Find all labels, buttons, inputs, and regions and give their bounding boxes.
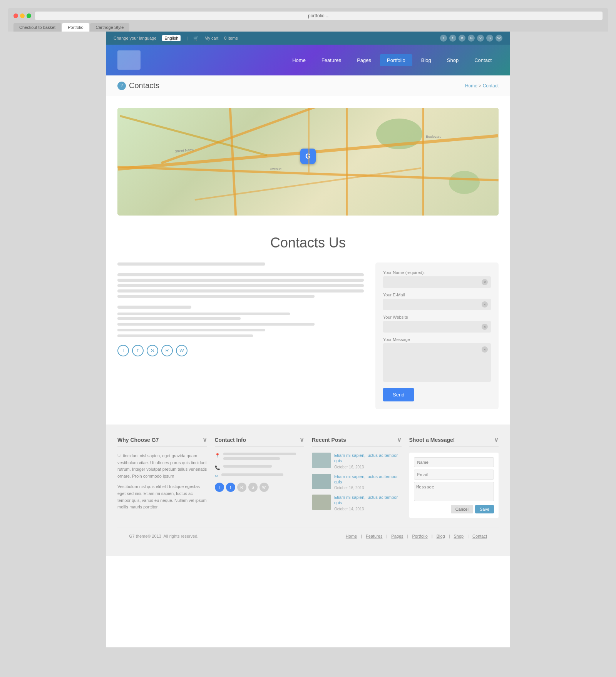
footer-social-twitter[interactable]: T xyxy=(215,483,224,492)
nav-pages[interactable]: Pages xyxy=(350,54,378,66)
footer-col3-toggle[interactable]: ∨ xyxy=(397,436,402,443)
footer-contact-info: 📍 📞 ✉ xyxy=(215,453,305,492)
footer-col2-toggle[interactable]: ∨ xyxy=(300,436,304,443)
contact-form: Your Name (required): ✕ Your E-Mail ✕ xyxy=(375,262,499,409)
map-road-v1 xyxy=(229,108,237,216)
language-select[interactable]: English xyxy=(162,35,181,41)
post-title-1[interactable]: Etiam mi sapien, luctus ac tempor quis xyxy=(334,453,402,464)
site-logo[interactable] xyxy=(117,50,141,70)
browser-minimize[interactable] xyxy=(20,13,25,18)
footer-social-wordpress[interactable]: W xyxy=(259,483,269,492)
page-title: Contacts xyxy=(129,81,159,90)
address-bar[interactable]: portfolio ... xyxy=(35,12,603,20)
shoot-cancel-button[interactable]: Cancel xyxy=(451,505,473,513)
shoot-form: Cancel Save xyxy=(409,453,499,518)
footer-social-icons: T f R S W xyxy=(215,483,305,492)
address-pin-icon: 📍 xyxy=(215,453,220,458)
footer-social-skype[interactable]: S xyxy=(248,483,258,492)
breadcrumb: Home > Contact xyxy=(465,83,499,89)
footer: Why Choose G7 ∨ Ut tincidunt nisl sapien… xyxy=(106,425,510,556)
footer-social-rss[interactable]: R xyxy=(237,483,246,492)
top-bar-left: Change your language English | 🛒 My cart… xyxy=(114,35,238,41)
website-input[interactable] xyxy=(383,321,491,333)
tab-2[interactable]: Portfolio xyxy=(62,23,89,32)
nav-features[interactable]: Features xyxy=(315,54,348,66)
nav-home[interactable]: Home xyxy=(285,54,313,66)
footer-nav-blog[interactable]: Blog xyxy=(437,534,445,538)
page-header: ? Contacts Home > Contact xyxy=(106,75,510,96)
top-bar: Change your language English | 🛒 My cart… xyxy=(106,32,510,45)
phone-icon: 📞 xyxy=(215,465,220,470)
email-icon: ✉ xyxy=(215,474,218,479)
post-title-2[interactable]: Etiam mi sapien, luctus ac tempor quis xyxy=(334,474,402,485)
map-container[interactable]: G Street Name Avenue Boulevard xyxy=(117,108,499,216)
footer-nav-contact[interactable]: Contact xyxy=(472,534,487,538)
map-park-2 xyxy=(449,171,480,194)
email-input[interactable] xyxy=(383,299,491,310)
footer-phone-row: 📞 xyxy=(215,465,305,470)
send-button[interactable]: Send xyxy=(383,388,414,401)
social-google[interactable]: G xyxy=(468,35,475,42)
copyright: G7 theme© 2013. All rights reserved. xyxy=(129,534,199,538)
post-item-3: Etiam mi sapien, luctus ac tempor quis O… xyxy=(312,495,402,511)
footer-nav: Home | Features | Pages | Portfolio | Bl… xyxy=(346,534,487,538)
contact-rss[interactable]: R xyxy=(161,345,173,356)
map-section: G Street Name Avenue Boulevard xyxy=(106,96,510,227)
shoot-buttons: Cancel Save xyxy=(414,505,494,513)
footer-address-row: 📍 xyxy=(215,453,305,462)
map-road-extra3 xyxy=(308,108,310,172)
contact-name-line xyxy=(117,262,265,266)
nav-shop[interactable]: Shop xyxy=(440,54,465,66)
message-textarea[interactable] xyxy=(383,343,491,382)
language-change[interactable]: Change your language xyxy=(114,36,156,40)
footer-nav-shop[interactable]: Shop xyxy=(454,534,464,538)
breadcrumb-current: Contact xyxy=(483,83,499,89)
contact-facebook[interactable]: f xyxy=(132,345,144,356)
footer-nav-features[interactable]: Features xyxy=(366,534,382,538)
website-label: Your Website xyxy=(383,315,491,319)
tab-3[interactable]: Cartridge Style xyxy=(90,23,130,32)
post-title-3[interactable]: Etiam mi sapien, luctus ac tempor quis xyxy=(334,495,402,506)
social-twitter[interactable]: T xyxy=(440,35,447,42)
breadcrumb-home[interactable]: Home xyxy=(465,83,477,89)
cart-value[interactable]: 0 items xyxy=(224,36,238,40)
footer-nav-home[interactable]: Home xyxy=(346,534,357,538)
form-message-field: Your Message ✕ xyxy=(383,337,491,383)
name-input-icon: ✕ xyxy=(482,279,488,285)
post-item-1: Etiam mi sapien, luctus ac tempor quis O… xyxy=(312,453,402,469)
post-date-2: October 16, 2013 xyxy=(334,486,402,490)
social-vimeo[interactable]: V xyxy=(477,35,484,42)
social-facebook[interactable]: f xyxy=(449,35,456,42)
contact-skype[interactable]: S xyxy=(147,345,158,356)
nav-contact[interactable]: Contact xyxy=(467,54,499,66)
browser-maximize[interactable] xyxy=(27,13,31,18)
shoot-message-textarea[interactable] xyxy=(414,482,494,501)
site-header: Home Features Pages Portfolio Blog Shop … xyxy=(106,45,510,75)
footer-col4-toggle[interactable]: ∨ xyxy=(494,436,499,443)
nav-blog[interactable]: Blog xyxy=(414,54,438,66)
cart-label[interactable]: My cart xyxy=(204,36,218,40)
social-wordpress[interactable]: W xyxy=(495,35,502,42)
footer-col-posts-title: Recent Posts xyxy=(312,437,346,443)
map-label-2: Avenue xyxy=(270,167,281,171)
website-input-wrap: ✕ xyxy=(383,321,491,333)
contacts-title: Contacts Us xyxy=(117,235,499,251)
footer-col1-toggle[interactable]: ∨ xyxy=(203,436,207,443)
browser-close[interactable] xyxy=(13,13,18,18)
footer-nav-pages[interactable]: Pages xyxy=(391,534,403,538)
nav-portfolio[interactable]: Portfolio xyxy=(380,54,412,66)
footer-nav-portfolio[interactable]: Portfolio xyxy=(412,534,427,538)
tab-1[interactable]: Checkout to basket xyxy=(13,23,61,32)
footer-social-facebook[interactable]: f xyxy=(226,483,235,492)
name-input[interactable] xyxy=(383,276,491,288)
name-input-wrap: ✕ xyxy=(383,276,491,288)
shoot-name-input[interactable] xyxy=(414,457,494,467)
shoot-email-input[interactable] xyxy=(414,470,494,480)
contact-wordpress[interactable]: W xyxy=(176,345,187,356)
page-title-area: ? Contacts xyxy=(117,81,159,90)
social-skype[interactable]: S xyxy=(486,35,493,42)
shoot-save-button[interactable]: Save xyxy=(475,505,494,513)
contact-twitter[interactable]: T xyxy=(117,345,129,356)
social-blogger[interactable]: B xyxy=(459,35,465,42)
footer-col-why: Why Choose G7 ∨ Ut tincidunt nisl sapien… xyxy=(117,436,207,518)
